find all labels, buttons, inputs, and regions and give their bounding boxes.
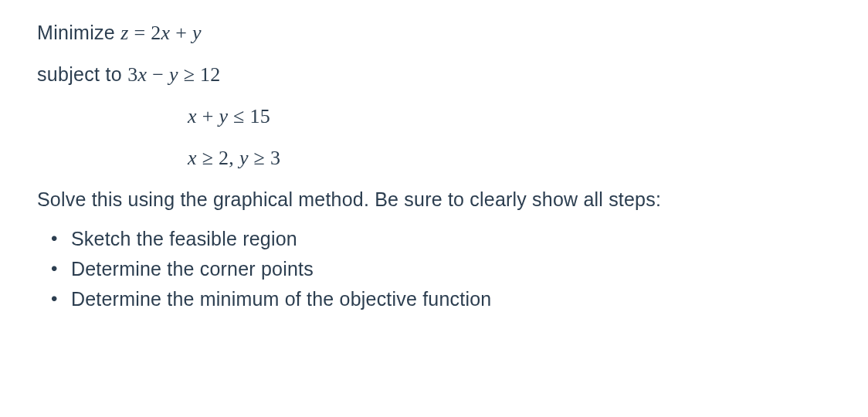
- subject-to-label: subject to: [37, 63, 127, 85]
- plus-op: +: [170, 22, 192, 44]
- c2-leq: ≤: [228, 105, 249, 127]
- objective-label: Minimize: [37, 22, 120, 43]
- equals-sign: =: [129, 22, 151, 44]
- step-sketch: Sketch the feasible region: [71, 228, 831, 250]
- c1-y: y: [169, 63, 178, 86]
- c3-y: y: [239, 147, 249, 169]
- step-minimum: Determine the minimum of the objective f…: [71, 288, 831, 310]
- c2-x: x: [188, 105, 197, 127]
- c3-comma: ,: [229, 147, 239, 169]
- c3-geq2: ≥: [249, 147, 270, 169]
- coef-2: 2: [151, 22, 161, 44]
- c3-3: 3: [270, 147, 280, 169]
- c3-geq1: ≥: [197, 147, 219, 169]
- c2-rhs: 15: [249, 105, 270, 127]
- constraint-line-2: x + y ≤ 15: [37, 105, 831, 128]
- instruction-text: Solve this using the graphical method. B…: [37, 188, 831, 211]
- steps-list: Sketch the feasible region Determine the…: [37, 228, 831, 310]
- c3-2: 2: [219, 147, 229, 169]
- constraint-line-3: x ≥ 2, y ≥ 3: [37, 147, 831, 170]
- constraint-line-1: subject to 3x − y ≥ 12: [37, 63, 831, 86]
- c1-geq: ≥: [178, 63, 200, 86]
- c3-x: x: [188, 147, 197, 169]
- var-y: y: [192, 22, 202, 44]
- c1-x: x: [138, 63, 147, 86]
- c1-minus: −: [147, 63, 169, 86]
- c2-y: y: [219, 105, 228, 127]
- c1-coef: 3: [127, 63, 137, 86]
- var-x: x: [161, 22, 171, 44]
- c2-plus: +: [197, 105, 219, 127]
- objective-var: z: [120, 22, 128, 44]
- c1-rhs: 12: [200, 63, 221, 86]
- step-corners: Determine the corner points: [71, 258, 831, 280]
- objective-line: Minimize z = 2x + y: [37, 22, 831, 45]
